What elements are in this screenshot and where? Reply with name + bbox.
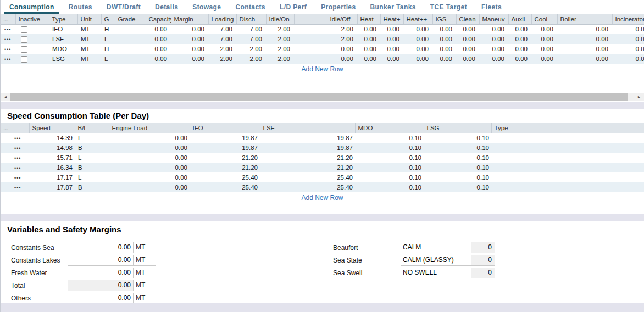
value-cell[interactable]: 0.00 [479, 24, 508, 34]
tab-consumption[interactable]: Consumption [2, 0, 62, 14]
add-new-row-link-consumption[interactable]: Add New Row [301, 65, 343, 73]
bl-cell[interactable]: B [75, 143, 109, 153]
fuel-type-cell[interactable]: LSG [49, 54, 77, 64]
select-value[interactable]: CALM [401, 242, 471, 253]
grade-cell[interactable] [115, 44, 146, 54]
value-cell[interactable]: 0.00 [171, 24, 208, 34]
scrollbar-track[interactable] [10, 93, 634, 101]
value-cell[interactable]: 0.00 [508, 44, 531, 54]
speed-cell[interactable]: 17.87 [29, 182, 75, 192]
speed-cell[interactable]: 14.39 [29, 133, 75, 143]
unit-cell[interactable]: MT [77, 24, 101, 34]
value-cell[interactable]: 0.00 [146, 34, 171, 44]
value-cell[interactable]: 0.00 [380, 44, 403, 54]
grade-group-cell[interactable]: L [101, 54, 115, 64]
row-menu-icon[interactable]: ••• [1, 57, 11, 62]
value-cell[interactable]: 2.00 [236, 44, 266, 54]
tab-fleets[interactable]: Fleets [474, 0, 509, 14]
value-cell[interactable]: 0.00 [531, 34, 557, 44]
select-value[interactable]: CALM (GLASSY) [401, 255, 471, 265]
speed-cell[interactable]: 16.34 [29, 163, 75, 172]
engine-load-cell[interactable]: 0.00 [109, 172, 190, 182]
grade-group-cell[interactable]: L [101, 34, 115, 44]
row-menu-icon[interactable]: ••• [1, 146, 21, 151]
value-cell[interactable]: 0.00 [380, 54, 403, 64]
value-cell[interactable]: 0.00 [380, 34, 403, 44]
tab-details[interactable]: Details [148, 0, 185, 14]
value-cell[interactable]: 2.00 [266, 54, 294, 64]
value-cell[interactable]: 0.00 [327, 54, 357, 64]
value-cell[interactable]: 0.00 [171, 54, 208, 64]
ifo-cell[interactable]: 21.20 [190, 153, 260, 163]
grade-cell[interactable] [115, 54, 146, 64]
value-cell[interactable]: 0.00 [479, 54, 508, 64]
ifo-cell[interactable]: 25.40 [190, 172, 260, 182]
speed-cell[interactable]: 15.71 [29, 153, 75, 163]
value-cell[interactable]: 2.00 [266, 44, 294, 54]
constants-lakes-input[interactable]: 0.00 MT [68, 255, 156, 266]
unit-cell[interactable]: MT [77, 34, 101, 44]
tab-l-d-perf[interactable]: L/D Perf [273, 0, 314, 14]
sea-swell-select[interactable]: NO SWELL 0 [401, 268, 495, 278]
unit-cell[interactable]: MT [77, 54, 101, 64]
bl-cell[interactable]: B [75, 163, 109, 172]
value-cell[interactable]: 2.00 [266, 34, 294, 44]
mdo-cell[interactable]: 0.10 [355, 163, 424, 172]
field-value[interactable]: 0.00 [68, 268, 133, 278]
horizontal-scrollbar[interactable]: ◄ ► [1, 93, 644, 101]
value-cell[interactable]: 7.00 [208, 34, 236, 44]
value-cell[interactable]: 0.00 [508, 24, 531, 34]
unit-cell[interactable]: MT [77, 44, 101, 54]
speed-cell[interactable]: 14.98 [29, 143, 75, 153]
value-cell[interactable]: 0.00 [432, 54, 456, 64]
engine-load-cell[interactable]: 0.00 [109, 143, 190, 153]
type-cell[interactable] [491, 182, 644, 192]
inactive-checkbox[interactable] [21, 36, 27, 43]
mdo-cell[interactable]: 0.10 [355, 172, 424, 182]
value-cell[interactable]: 0.00 [403, 34, 432, 44]
lsg-cell[interactable]: 0.10 [424, 143, 491, 153]
tab-contacts[interactable]: Contacts [228, 0, 273, 14]
value-cell[interactable]: 0.00 [456, 54, 479, 64]
value-cell[interactable]: 0.00 [171, 44, 208, 54]
value-cell[interactable]: 0.00 [432, 44, 456, 54]
type-cell[interactable] [491, 172, 644, 182]
value-cell[interactable]: 0.00 [479, 34, 508, 44]
mdo-cell[interactable]: 0.10 [355, 133, 424, 143]
row-menu-icon[interactable]: ••• [1, 27, 11, 32]
lsg-cell[interactable]: 0.10 [424, 153, 491, 163]
value-cell[interactable]: 0.00 [531, 54, 557, 64]
inactive-checkbox[interactable] [21, 46, 27, 53]
value-cell[interactable]: 7.00 [208, 24, 236, 34]
value-cell[interactable]: 0.00 [531, 24, 557, 34]
value-cell[interactable]: 2.00 [266, 24, 294, 34]
value-cell[interactable]: 0.00 [557, 54, 612, 64]
value-cell[interactable]: 0.00 [479, 44, 508, 54]
scroll-left-arrow-icon[interactable]: ◄ [1, 93, 10, 101]
ifo-cell[interactable]: 19.87 [190, 133, 260, 143]
value-cell[interactable]: 0.00 [403, 44, 432, 54]
value-cell[interactable]: 0.00 [146, 54, 171, 64]
value-cell[interactable]: 0.00 [456, 34, 479, 44]
bl-cell[interactable]: L [75, 133, 109, 143]
beaufort-select[interactable]: CALM 0 [401, 242, 495, 253]
lsf-cell[interactable]: 21.20 [260, 153, 355, 163]
tab-tce-target[interactable]: TCE Target [423, 0, 474, 14]
speed-cell[interactable]: 17.17 [29, 172, 75, 182]
ifo-cell[interactable]: 25.40 [190, 182, 260, 192]
fresh-water-input[interactable]: 0.00 MT [68, 268, 156, 278]
row-menu-icon[interactable]: ••• [1, 165, 21, 171]
value-cell[interactable]: 0.00 [357, 34, 380, 44]
tab-dwt-draft[interactable]: DWT/Draft [99, 0, 148, 14]
value-cell[interactable]: 2.00 [327, 24, 357, 34]
scrollbar-thumb[interactable] [10, 93, 628, 101]
value-cell[interactable]: 0.00 [612, 44, 644, 54]
value-cell[interactable]: 0.00 [612, 24, 644, 34]
value-cell[interactable]: 0.00 [380, 24, 403, 34]
engine-load-cell[interactable]: 0.00 [109, 133, 190, 143]
mdo-cell[interactable]: 0.10 [355, 153, 424, 163]
lsf-cell[interactable]: 19.87 [260, 133, 355, 143]
tab-bunker-tanks[interactable]: Bunker Tanks [363, 0, 423, 14]
ifo-cell[interactable]: 21.20 [190, 163, 260, 172]
row-menu-icon[interactable]: ••• [1, 136, 21, 141]
